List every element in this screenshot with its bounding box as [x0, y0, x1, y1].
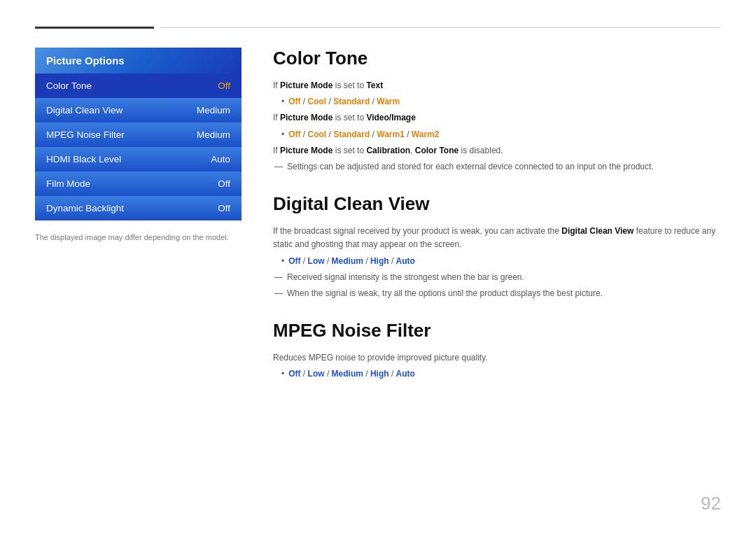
section-body-digital-clean-view: If the broadcast signal received by your… [273, 225, 721, 300]
menu-item-mpeg-noise-filter[interactable]: MPEG Noise Filter Medium [35, 122, 241, 147]
page-number: 92 [701, 493, 721, 514]
menu-label-hdmi-black-level: HDMI Black Level [46, 154, 121, 164]
menu-label-mpeg-noise-filter: MPEG Noise Filter [46, 129, 125, 140]
top-bar [35, 27, 721, 28]
mpeg-noise-filter-options: Off / Low / Medium / High / Auto [281, 367, 721, 381]
section-color-tone: Color Tone If Picture Mode is set to Tex… [273, 48, 721, 174]
sidebar-title: Picture Options [35, 48, 241, 73]
menu-label-digital-clean-view: Digital Clean View [46, 105, 122, 115]
section-body-color-tone: If Picture Mode is set to Text Off / Coo… [273, 79, 721, 174]
color-tone-note: Settings can be adjusted and stored for … [273, 160, 721, 174]
menu-item-hdmi-black-level[interactable]: HDMI Black Level Auto [35, 147, 241, 171]
menu-value-hdmi-black-level: Auto [211, 154, 230, 164]
menu-item-color-tone[interactable]: Color Tone Off [35, 73, 241, 98]
sidebar: Picture Options Color Tone Off Digital C… [35, 48, 241, 241]
menu-value-color-tone: Off [218, 80, 230, 91]
section-title-mpeg-noise-filter: MPEG Noise Filter [273, 320, 721, 342]
menu-value-mpeg-noise-filter: Medium [197, 129, 230, 140]
main-content: Color Tone If Picture Mode is set to Tex… [273, 48, 721, 400]
menu-label-color-tone: Color Tone [46, 80, 92, 91]
section-body-mpeg-noise-filter: Reduces MPEG noise to provide improved p… [273, 351, 721, 381]
top-bar-accent [35, 27, 154, 29]
section-digital-clean-view: Digital Clean View If the broadcast sign… [273, 193, 721, 300]
color-tone-text-options: Off / Cool / Standard / Warm [281, 95, 721, 108]
menu-label-dynamic-backlight: Dynamic Backlight [46, 203, 124, 213]
section-title-digital-clean-view: Digital Clean View [273, 193, 721, 215]
sidebar-note: The displayed image may differ depending… [35, 233, 241, 241]
menu-value-dynamic-backlight: Off [218, 203, 230, 213]
top-bar-line [160, 27, 721, 28]
menu-item-digital-clean-view[interactable]: Digital Clean View Medium [35, 98, 241, 122]
digital-clean-view-note1: Received signal intensity is the stronge… [273, 271, 721, 284]
menu-value-film-mode: Off [218, 178, 230, 189]
menu-value-digital-clean-view: Medium [197, 105, 230, 115]
digital-clean-view-options: Off / Low / Medium / High / Auto [281, 255, 721, 268]
color-tone-video-options: Off / Cool / Standard / Warm1 / Warm2 [281, 128, 721, 141]
menu-item-dynamic-backlight[interactable]: Dynamic Backlight Off [35, 196, 241, 220]
menu-label-film-mode: Film Mode [46, 178, 90, 189]
digital-clean-view-note2: When the signal is weak, try all the opt… [273, 287, 721, 300]
menu-item-film-mode[interactable]: Film Mode Off [35, 171, 241, 196]
section-title-color-tone: Color Tone [273, 48, 721, 69]
section-mpeg-noise-filter: MPEG Noise Filter Reduces MPEG noise to … [273, 320, 721, 381]
